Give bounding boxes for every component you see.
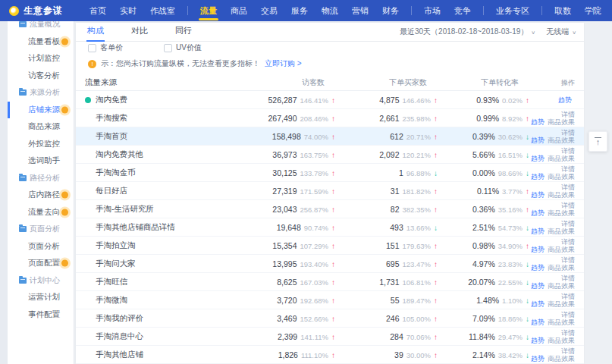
table-row[interactable]: 手淘旺信8,625167.03%↑1,731106.81%↑20.07%22.5… bbox=[76, 273, 584, 291]
product-effect-link[interactable]: 商品效果 bbox=[548, 264, 575, 271]
nav-item-6[interactable]: 服务 bbox=[284, 0, 315, 21]
details-link[interactable]: 详情 bbox=[561, 202, 575, 209]
product-effect-link[interactable]: 商品效果 bbox=[548, 355, 575, 362]
table-row[interactable]: 手淘消息中心2,399141.11%↑28470.06%↑11.84%29.47… bbox=[76, 328, 584, 346]
sidebar-item-16[interactable]: 运营计划 bbox=[8, 289, 74, 306]
details-link[interactable]: 详情 bbox=[561, 184, 575, 191]
table-row[interactable]: 淘内免费526,287146.41%↑4,875146.46%↑0.93%0.0… bbox=[76, 91, 584, 109]
sidebar-item-14[interactable]: 页面配置 bbox=[8, 255, 74, 272]
table-row[interactable]: 手淘拍立淘15,354107.29%↑151179.63%↑0.98%34.90… bbox=[76, 237, 584, 255]
trend-link[interactable]: 趋势 bbox=[531, 191, 545, 199]
subscribe-link[interactable]: 立即订购 > bbox=[265, 58, 302, 69]
sidebar-item-17[interactable]: 事件配置 bbox=[8, 306, 74, 324]
details-link[interactable]: 详情 bbox=[561, 293, 575, 300]
product-effect-link[interactable]: 商品效果 bbox=[548, 173, 575, 180]
sidebar-item-5[interactable]: 店铺来源 bbox=[8, 102, 74, 119]
details-link[interactable]: 详情 bbox=[561, 129, 575, 136]
trend-link[interactable]: 趋势 bbox=[531, 228, 545, 235]
terminal-select[interactable]: 无线端 ∨ bbox=[546, 27, 576, 37]
metric-checkbox-0[interactable]: 客单价 bbox=[88, 42, 164, 53]
details-link[interactable]: 详情 bbox=[561, 311, 575, 318]
trend-link[interactable]: 趋势 bbox=[531, 155, 545, 162]
product-effect-link[interactable]: 商品效果 bbox=[548, 300, 575, 308]
table-row[interactable]: 每日好店27,319171.59%↑31181.82%↑0.11%3.77%↑详… bbox=[76, 182, 584, 200]
trend-link[interactable]: 趋势 bbox=[531, 136, 545, 144]
product-effect-link[interactable]: 商品效果 bbox=[548, 136, 575, 144]
nav-item-4[interactable]: 商品 bbox=[224, 0, 254, 21]
details-link[interactable]: 详情 bbox=[561, 147, 575, 155]
trend-link[interactable]: 趋势 bbox=[531, 118, 545, 126]
nav-item-9[interactable]: 财务 bbox=[375, 0, 406, 21]
trend-link[interactable]: 趋势 bbox=[531, 282, 545, 290]
table-row[interactable]: 手淘首页158,49874.00%↑61220.71%↑0.39%30.62%↓… bbox=[76, 127, 584, 146]
product-effect-link[interactable]: 商品效果 bbox=[548, 318, 575, 326]
product-effect-link[interactable]: 商品效果 bbox=[548, 337, 575, 344]
details-link[interactable]: 详情 bbox=[561, 275, 575, 282]
table-row[interactable]: 手淘其他店铺商品详情19,64890.74%↑49313.66%↓2.51%54… bbox=[76, 218, 584, 237]
table-row[interactable]: 手淘问大家13,995193.40%↑695123.47%↑4.97%23.83… bbox=[76, 255, 584, 273]
details-link[interactable]: 详情 bbox=[561, 220, 575, 228]
trend-link[interactable]: 趋势 bbox=[531, 337, 545, 344]
nav-item-8[interactable]: 营销 bbox=[345, 0, 375, 21]
sidebar-item-13[interactable]: 页面分析 bbox=[8, 238, 74, 256]
visitors-value: 15,354 bbox=[272, 241, 297, 250]
table-row[interactable]: 手淘微淘3,720192.68%↑55189.47%↑1.48%1.10%↓详情… bbox=[76, 291, 584, 309]
product-effect-link[interactable]: 商品效果 bbox=[548, 155, 575, 162]
app-logo[interactable]: 生意参谋 bbox=[9, 5, 63, 17]
nav-item-12[interactable]: 业务专区 bbox=[489, 0, 536, 21]
table-row[interactable]: 手淘其他店铺1,826111.10%↑3930.00%↑2.14%38.42%↓… bbox=[76, 346, 584, 364]
product-effect-link[interactable]: 商品效果 bbox=[548, 118, 575, 126]
table-row[interactable]: 手淘搜索267,490208.46%↑2,661235.98%↑0.99%8.9… bbox=[76, 109, 584, 127]
nav-item-5[interactable]: 交易 bbox=[254, 0, 284, 21]
product-effect-link[interactable]: 商品效果 bbox=[548, 209, 575, 217]
nav-item-13[interactable]: 取数 bbox=[548, 0, 578, 21]
nav-item-0[interactable]: 首页 bbox=[83, 0, 113, 21]
trend-link[interactable]: 趋势 bbox=[531, 318, 545, 326]
metric-checkbox-1[interactable]: UV价值 bbox=[164, 42, 240, 53]
nav-item-2[interactable]: 作战室 bbox=[143, 0, 182, 21]
trend-link[interactable]: 趋势 bbox=[531, 246, 545, 253]
nav-item-10[interactable]: 市场 bbox=[417, 0, 447, 21]
sidebar-item-3[interactable]: 访客分析 bbox=[8, 67, 74, 85]
product-effect-link[interactable]: 商品效果 bbox=[548, 282, 575, 290]
table-row[interactable]: 手淘淘金币30,125133.78%↑196.88%↓0.00%98.66%↓详… bbox=[76, 164, 584, 182]
product-effect-link[interactable]: 商品效果 bbox=[548, 228, 575, 235]
sidebar-item-2[interactable]: 计划监控 bbox=[8, 50, 74, 67]
nav-item-11[interactable]: 竞争 bbox=[447, 0, 478, 21]
table-row[interactable]: 手淘-生活研究所23,043256.87%↑82382.35%↑0.36%35.… bbox=[76, 200, 584, 218]
details-link[interactable]: 详情 bbox=[561, 329, 575, 337]
trend-link[interactable]: 趋势 bbox=[531, 209, 545, 217]
tab-1[interactable]: 对比 bbox=[130, 22, 149, 41]
nav-item-1[interactable]: 实时 bbox=[113, 0, 143, 21]
details-link[interactable]: 详情 bbox=[561, 347, 575, 355]
checkbox-icon[interactable] bbox=[88, 44, 96, 52]
sidebar-item-10[interactable]: 店内路径 bbox=[8, 187, 74, 204]
sidebar-item-6[interactable]: 商品来源 bbox=[8, 118, 74, 136]
tab-0[interactable]: 构成 bbox=[86, 22, 105, 41]
nav-item-14[interactable]: 学院 bbox=[578, 0, 608, 21]
sidebar-item-1[interactable]: 流量看板 bbox=[8, 33, 74, 51]
details-link[interactable]: 详情 bbox=[561, 165, 575, 173]
nav-item-3[interactable]: 流量 bbox=[193, 0, 224, 21]
sidebar-item-11[interactable]: 流量去向 bbox=[8, 204, 74, 221]
checkbox-icon[interactable] bbox=[164, 44, 172, 52]
trend-link[interactable]: 趋势 bbox=[531, 300, 545, 308]
nav-item-7[interactable]: 物流 bbox=[315, 0, 345, 21]
metric-label: UV价值 bbox=[176, 42, 202, 53]
table-row[interactable]: 手淘我的评价3,469152.66%↑246105.00%↑7.09%18.86… bbox=[76, 309, 584, 328]
table-row[interactable]: 淘内免费其他36,973163.75%↑2,092120.21%↑5.66%16… bbox=[76, 146, 584, 164]
trend-link[interactable]: 趋势 bbox=[531, 264, 545, 271]
details-link[interactable]: 详情 bbox=[561, 238, 575, 246]
trend-link[interactable]: 趋势 bbox=[558, 96, 572, 104]
sidebar-item-8[interactable]: 选词助手 bbox=[8, 152, 74, 170]
trend-link[interactable]: 趋势 bbox=[531, 355, 545, 362]
sidebar-item-7[interactable]: 外投监控 bbox=[8, 136, 74, 153]
details-link[interactable]: 详情 bbox=[561, 111, 575, 118]
trend-link[interactable]: 趋势 bbox=[531, 173, 545, 180]
details-link[interactable]: 详情 bbox=[561, 256, 575, 264]
date-range-select[interactable]: 最近30天（2018-02-18~2018-03-19） ∨ bbox=[400, 27, 535, 37]
product-effect-link[interactable]: 商品效果 bbox=[548, 191, 575, 199]
product-effect-link[interactable]: 商品效果 bbox=[548, 246, 575, 253]
tab-2[interactable]: 同行 bbox=[174, 22, 193, 41]
back-to-top-button[interactable]: ↑ bbox=[588, 131, 607, 152]
